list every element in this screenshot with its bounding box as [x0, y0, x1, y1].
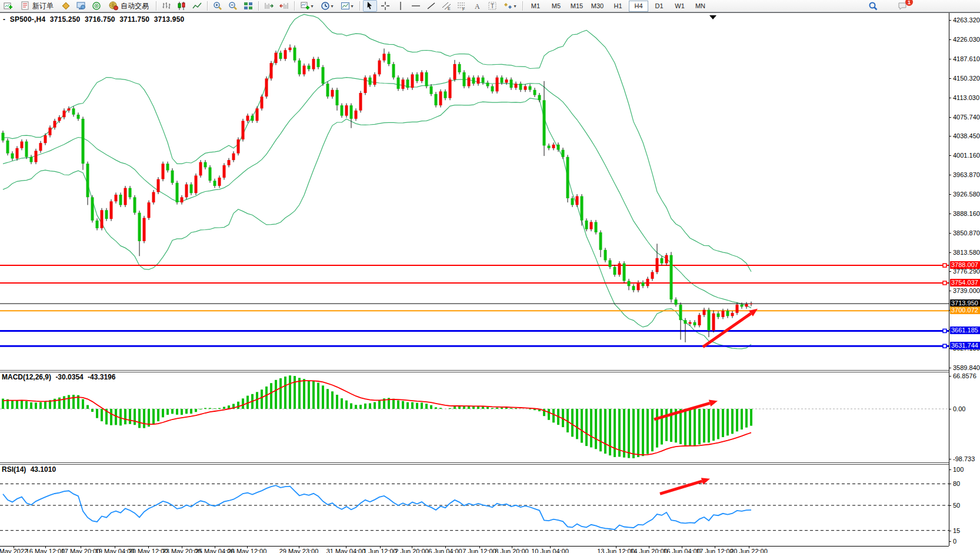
timeframe-button-h1[interactable]: H1	[608, 1, 628, 12]
price-axis-label: 3589.840	[953, 364, 980, 371]
rsi-axis-label: 100	[953, 466, 964, 473]
horizontal-line-icon	[411, 1, 421, 11]
macd-axis-label: -98.733	[953, 455, 975, 462]
timeframe-button-w1[interactable]: W1	[670, 1, 689, 12]
macd-histogram	[3, 375, 751, 458]
cursor-button[interactable]	[363, 0, 377, 12]
timeframe-button-m30[interactable]: M30	[588, 1, 607, 12]
svg-text:T: T	[491, 3, 494, 9]
zoom-in-icon	[213, 1, 222, 11]
profile-button[interactable]	[74, 0, 88, 12]
price-axis-label: 4113.030	[953, 94, 979, 101]
search-icon	[868, 1, 878, 11]
main-price-pane[interactable]	[0, 14, 949, 370]
timeframe-button-h4[interactable]: H4	[629, 1, 648, 12]
bollinger-bands	[3, 15, 751, 349]
price-tag-3788.007: 3788.007	[950, 261, 980, 269]
signals-icon	[92, 1, 101, 11]
crosshair-button[interactable]	[378, 0, 392, 12]
price-axis-tick	[949, 368, 951, 368]
bar-chart-icon	[162, 1, 171, 11]
chart-shift-icon	[279, 1, 289, 11]
line-handle[interactable]	[943, 344, 946, 348]
timeframe-button-mn[interactable]: MN	[691, 1, 710, 12]
time-axis-tick	[649, 546, 649, 548]
arrows-button[interactable]: ▾	[501, 0, 519, 12]
candlestick-chart-button[interactable]	[175, 0, 189, 12]
rsi-axis-tick	[949, 541, 951, 542]
zoom-in-button[interactable]	[211, 0, 225, 12]
price-axis-label: 4263.320	[953, 16, 980, 24]
auto-scroll-button[interactable]	[262, 0, 276, 12]
chart-shift-button[interactable]	[277, 0, 291, 12]
price-axis-tick	[949, 59, 951, 59]
price-axis-label: 3888.160	[953, 210, 980, 217]
auto-trading-button[interactable]: 自动交易	[105, 0, 153, 12]
vertical-line-button[interactable]	[394, 0, 408, 12]
time-axis-tick	[45, 546, 46, 548]
line-handle[interactable]	[943, 281, 946, 285]
trend-arrow[interactable]	[703, 309, 758, 347]
timeframe-button-m1[interactable]: M1	[526, 1, 545, 12]
fibonacci-icon: F	[457, 1, 466, 11]
timeframe-button-m15[interactable]: M15	[567, 1, 586, 12]
text-label-button[interactable]: T	[485, 0, 499, 12]
time-axis-label: 20 Jun 22:00	[730, 548, 768, 553]
templates-button[interactable]: ▾	[338, 0, 356, 12]
line-handle[interactable]	[943, 264, 946, 267]
indicators-icon	[301, 1, 310, 11]
auto-scroll-icon	[264, 1, 274, 11]
tile-windows-button[interactable]	[241, 0, 255, 12]
new-order-button[interactable]: 新订单	[16, 0, 58, 12]
text-button[interactable]: A	[470, 0, 484, 12]
time-axis-label: May 2022	[0, 548, 28, 553]
text-icon: A	[472, 1, 482, 11]
time-axis-tick	[682, 546, 682, 548]
toolbar-separator	[359, 1, 360, 11]
timeframe-button-m5[interactable]: M5	[546, 1, 566, 12]
indicators-button[interactable]: ▾	[298, 0, 316, 12]
signals-button[interactable]	[89, 0, 104, 12]
trend-arrow[interactable]	[660, 478, 710, 494]
market-watch-button[interactable]	[59, 0, 73, 12]
horizontal-line-button[interactable]	[409, 0, 423, 12]
price-axis-label: 3813.580	[953, 249, 980, 256]
price-axis-tick	[949, 78, 951, 79]
dropdown-caret-icon: ▾	[311, 4, 313, 9]
price-axis-tick	[949, 175, 951, 175]
horizontal-price-lines[interactable]	[0, 264, 949, 348]
price-tag-3661.185: 3661.185	[950, 327, 980, 334]
line-handle[interactable]	[943, 329, 946, 332]
trendline-button[interactable]	[424, 0, 438, 12]
bar-chart-button[interactable]	[159, 0, 174, 12]
toolbar-right-group: 1	[866, 0, 909, 12]
macd-pane[interactable]	[0, 371, 949, 462]
zoom-out-button[interactable]	[226, 0, 240, 12]
notifications-button[interactable]: 1	[895, 0, 909, 12]
channel-button[interactable]: E	[439, 0, 454, 12]
price-axis-tick	[949, 252, 951, 253]
time-axis-label: 1 Jun 12:00	[363, 548, 397, 553]
rsi-pane[interactable]	[0, 464, 949, 546]
rsi-axis-label: 80	[953, 480, 960, 487]
chart-shift-marker-icon[interactable]	[709, 15, 716, 19]
rsi-axis-tick	[949, 484, 951, 484]
line-chart-button[interactable]	[190, 0, 204, 12]
arrows-icon	[504, 1, 513, 11]
price-axis-label: 3739.000	[953, 287, 980, 294]
new-chart-button[interactable]	[1, 0, 15, 12]
fibonacci-button[interactable]: F	[455, 0, 469, 12]
price-axis-tick	[949, 271, 951, 272]
price-axis-label: 4150.320	[953, 75, 980, 82]
main-toolbar: 新订单自动交易▾▾▾EFAT▾M1M5M15M30H1H4D1W1MN1	[0, 0, 980, 12]
time-axis-label: 16 Jun 04:00	[663, 548, 701, 553]
time-axis-label: 31 May 04:00	[326, 548, 366, 553]
time-axis-tick	[148, 546, 149, 548]
search-button[interactable]	[866, 0, 880, 12]
time-axis-label: 2 Jun 20:00	[395, 548, 429, 553]
time-axis-label: 8 Jun 20:00	[495, 548, 529, 553]
macd-axis-tick	[949, 459, 951, 459]
periods-button[interactable]: ▾	[318, 0, 336, 12]
time-axis-tick	[299, 546, 299, 548]
timeframe-button-d1[interactable]: D1	[649, 1, 669, 12]
